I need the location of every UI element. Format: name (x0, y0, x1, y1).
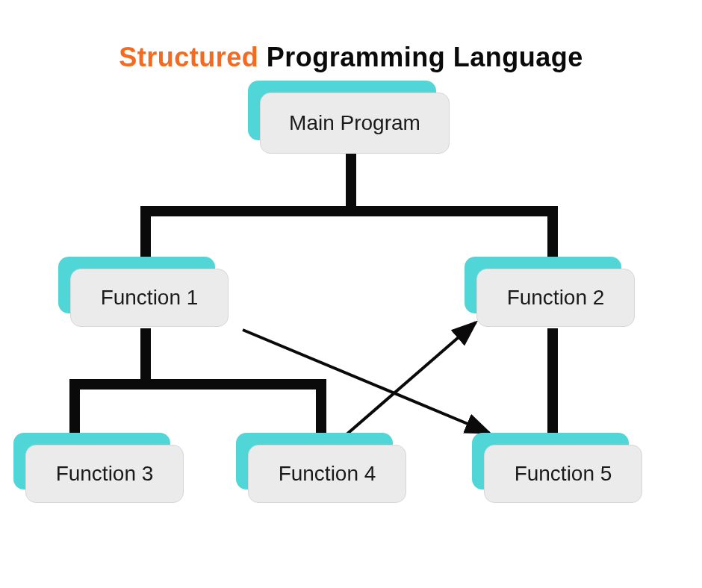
node-f3-label: Function 3 (56, 462, 154, 486)
node-main-label: Main Program (289, 111, 420, 135)
diagram-stage: Structured Programming Language (0, 0, 702, 588)
node-f1-label: Function 1 (101, 286, 199, 310)
title-rest: Programming Language (267, 42, 583, 72)
node-main: Main Program (251, 84, 451, 154)
node-f5-label: Function 5 (515, 462, 612, 486)
title-accent: Structured (119, 42, 258, 72)
arrow-f4-to-f2 (340, 322, 476, 440)
node-f4-label: Function 4 (279, 462, 376, 486)
arrow-f1-to-f5 (243, 330, 489, 433)
node-f4: Function 4 (240, 437, 408, 504)
node-f1: Function 1 (63, 261, 230, 328)
diagram-title: Structured Programming Language (0, 42, 702, 73)
node-f2-label: Function 2 (507, 286, 605, 310)
node-f2: Function 2 (469, 261, 636, 328)
node-f5: Function 5 (476, 437, 644, 504)
node-f3: Function 3 (18, 437, 185, 504)
